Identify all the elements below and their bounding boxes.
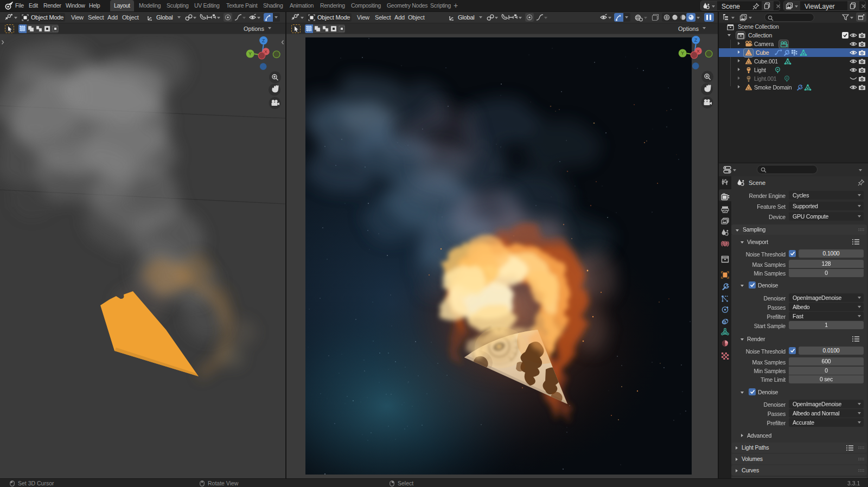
svg-text:Y: Y	[681, 50, 684, 56]
svg-text:Y: Y	[248, 51, 252, 56]
svg-text:Z: Z	[694, 37, 697, 43]
svg-text:Z: Z	[262, 38, 265, 43]
